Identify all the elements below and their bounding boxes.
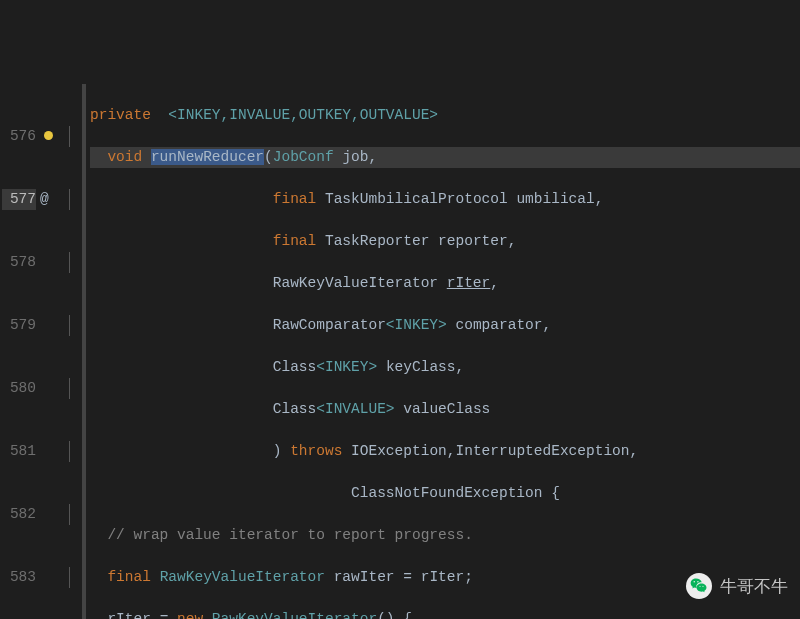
- line-number: 579: [2, 315, 36, 336]
- code-line: ClassNotFoundException {: [90, 483, 800, 504]
- line-number: 580: [2, 378, 36, 399]
- line-number: 576: [2, 126, 36, 147]
- marker-gutter: @: [40, 84, 60, 619]
- line-number: 581: [2, 441, 36, 462]
- code-line-current: void runNewReducer(JobConf job,: [90, 147, 800, 168]
- line-number: 577: [2, 189, 36, 210]
- intention-bulb-icon[interactable]: [40, 126, 60, 147]
- fold-gutter: [60, 84, 82, 619]
- line-number: 582: [2, 504, 36, 525]
- code-line: RawKeyValueIterator rIter,: [90, 273, 800, 294]
- line-number: 578: [2, 252, 36, 273]
- code-line: ) throws IOException,InterruptedExceptio…: [90, 441, 800, 462]
- code-line: RawComparator<INKEY> comparator,: [90, 315, 800, 336]
- code-area[interactable]: private <INKEY,INVALUE,OUTKEY,OUTVALUE> …: [86, 84, 800, 619]
- code-line: Class<INKEY> keyClass,: [90, 357, 800, 378]
- watermark-text: 牛哥不牛: [720, 576, 788, 597]
- code-line: final TaskUmbilicalProtocol umbilical,: [90, 189, 800, 210]
- code-line: private <INKEY,INVALUE,OUTKEY,OUTVALUE>: [90, 105, 800, 126]
- code-line: // wrap value iterator to report progres…: [90, 525, 800, 546]
- line-number-gutter: 576 577 578 579 580 581 582 583 584 585 …: [0, 84, 40, 619]
- wechat-icon: [686, 573, 712, 599]
- line-number: 583: [2, 567, 36, 588]
- code-line: rIter = new RawKeyValueIterator() {: [90, 609, 800, 619]
- code-line: final TaskReporter reporter,: [90, 231, 800, 252]
- code-line: Class<INVALUE> valueClass: [90, 399, 800, 420]
- watermark: 牛哥不牛: [686, 573, 788, 599]
- marker: @: [40, 189, 60, 210]
- code-editor[interactable]: 576 577 578 579 580 581 582 583 584 585 …: [0, 84, 800, 619]
- method-declaration: runNewReducer: [151, 149, 264, 165]
